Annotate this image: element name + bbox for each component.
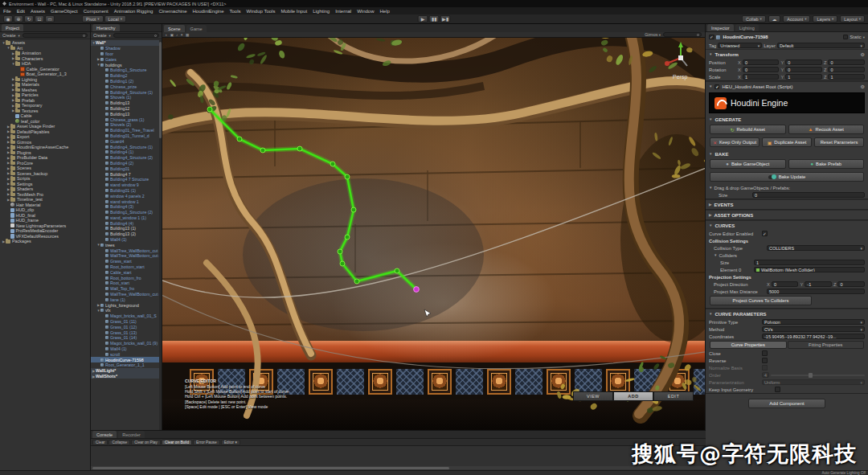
order-slider[interactable] [771, 375, 865, 376]
hierarchy-item-grass-01-14[interactable]: Grass_01 (14) [91, 335, 161, 341]
tab-lighting[interactable]: Lighting [735, 24, 759, 31]
clear-button[interactable]: Clear [92, 440, 108, 445]
hierarchy-item-cable-start[interactable]: Cable_start [91, 269, 161, 275]
hierarchy-item-building12[interactable]: Building12 [91, 106, 161, 112]
curve-control-point[interactable] [330, 162, 335, 166]
audio-toggle-icon[interactable]: ♪ [176, 33, 178, 37]
hierarchy-item-building4-structure-1[interactable]: Building4_Structure (1) [91, 89, 161, 95]
curve-editor-enabled-checkbox[interactable]: ✓ [762, 231, 768, 236]
menu-assets[interactable]: Assets [31, 9, 45, 14]
collab-button[interactable]: Collab▾ [742, 15, 766, 23]
curve-control-point[interactable] [338, 249, 342, 254]
hierarchy-item-wall[interactable]: ▼Wall* [91, 40, 161, 46]
move-tool-button[interactable]: ⊕ [14, 15, 23, 23]
curve-control-point[interactable] [340, 261, 345, 266]
cloud-icon[interactable]: ☁ [768, 15, 781, 23]
hierarchy-item-building13-2[interactable]: Building13 (2) [91, 231, 161, 237]
transform-y-field[interactable]: 1 [785, 74, 822, 80]
menu-gameobject[interactable]: GameObject [51, 9, 78, 14]
transform-component-header[interactable]: ▼ Transform ⚙ [706, 50, 868, 59]
hierarchy-item-building4-structure-1[interactable]: Building4_Structure (1) [91, 144, 161, 149]
menu-help[interactable]: Help [380, 9, 390, 14]
hierarchy-item-gates[interactable]: ▶Gates [91, 56, 161, 62]
bake-update-button[interactable]: Bake Update [710, 172, 864, 182]
coordinates-field[interactable]: -15.90495,-19.89232,77.94262 -19... [762, 334, 865, 340]
order-field[interactable]: 4 [762, 372, 769, 379]
close-checkbox[interactable] [762, 350, 768, 356]
hierarchy-item-building4-7-structure[interactable]: Building4 7 Structure [91, 177, 161, 182]
project-search-input[interactable] [23, 33, 88, 38]
hierarchy-item-building13[interactable]: Building13 [91, 111, 161, 117]
reverse-checkbox[interactable] [762, 358, 768, 363]
hierarchy-item-grass-01-13[interactable]: Grass_01 (13) [91, 330, 161, 335]
transform-x-field[interactable]: 0 [743, 67, 780, 73]
tab-console[interactable]: Console [92, 431, 117, 438]
hierarchy-item-root-bottom-start[interactable]: Root_bottom_start [91, 264, 161, 270]
layers-button[interactable]: Layers▾ [813, 15, 837, 23]
hierarchy-item-building01-tunnel-d[interactable]: Building01_Tunnel_d [91, 133, 161, 139]
hierarchy-item-liane-1[interactable]: liane (1) [91, 297, 161, 302]
tab-project[interactable]: Project [2, 24, 23, 31]
rebuild-asset-button[interactable]: ↻Rebuild Asset [710, 125, 786, 134]
orientation-gizmo[interactable]: Persp [663, 42, 698, 82]
hierarchy-item-building4-4[interactable]: Building4 (4) [91, 220, 161, 226]
menu-edit[interactable]: Edit [17, 9, 25, 14]
hierarchy-item-building1-2[interactable]: Building1 (2) [91, 79, 161, 84]
hierarchy-item-root-generator-1-1[interactable]: Root_Generator_1_1 [91, 362, 161, 368]
size-field[interactable]: 0 [752, 192, 865, 199]
hierarchy-item-stand-window-1-1[interactable]: stand_window 1 (1) [91, 215, 161, 221]
project-curves-button[interactable]: Project Curves To Colliders [710, 296, 812, 305]
direction-y-field[interactable]: -1 [805, 281, 832, 288]
tag-dropdown[interactable]: Untagged [718, 43, 762, 49]
curve-control-point[interactable] [297, 146, 302, 151]
transform-x-field[interactable]: 0 [743, 59, 780, 66]
curve-control-point[interactable] [395, 268, 399, 273]
hierarchy-item-magot-bricks-wall-01-s[interactable]: Magot_bricks_wall_01_S [91, 313, 161, 319]
gameobject-enabled-checkbox[interactable]: ✓ [709, 35, 714, 40]
menu-tools[interactable]: Tools [230, 9, 241, 14]
menu-mobile-input[interactable]: Mobile Input [280, 9, 307, 14]
transform-z-field[interactable]: 1 [828, 74, 865, 80]
hierarchy-item-houdinicurve-71598[interactable]: HoudiniCurve-71598 [91, 357, 161, 362]
hierarchy-item-grass-01-11[interactable]: Grass_01 (11) [91, 319, 161, 325]
curve-control-point[interactable] [345, 235, 350, 240]
hierarchy-item-chinese-prize[interactable]: Chinese_prize [91, 84, 161, 89]
shaded-mode-icon[interactable]: ◐ [166, 33, 168, 37]
tab-inspector[interactable]: Inspector [707, 24, 734, 31]
hierarchy-search-input[interactable] [113, 33, 159, 38]
curves-section-header[interactable]: ▼ CURVES [706, 221, 868, 230]
hierarchy-item-root-bottom-fro[interactable]: Root_bottom_fro [91, 275, 161, 280]
direction-z-field[interactable]: 0 [837, 281, 865, 288]
curve-control-point[interactable] [207, 107, 212, 112]
add-component-button[interactable]: Add Component [748, 399, 825, 408]
gizmos-dropdown[interactable]: Gizmos ▾ [645, 33, 661, 37]
curve-control-point[interactable] [354, 279, 359, 284]
recook-asset-button[interactable]: ▲Recook Asset [788, 125, 865, 134]
mode-button-add[interactable]: ADD [613, 391, 653, 401]
tab-curve-properties[interactable]: Curve Properties [710, 341, 787, 349]
hierarchy-item-trees[interactable]: ▼trees [91, 242, 161, 248]
events-section-header[interactable]: ▶ EVENTS [706, 200, 868, 209]
keep-input-checkbox[interactable] [775, 387, 780, 392]
hierarchy-item-building13[interactable]: Building13 [91, 100, 161, 106]
project-item-packages[interactable]: ▶Packages [0, 239, 89, 244]
direction-x-field[interactable]: 0 [772, 281, 799, 288]
hierarchy-item-walllight[interactable]: ▶WallLight* [91, 368, 161, 374]
rect-tool-button[interactable]: ▭ [45, 15, 55, 23]
collapse-button[interactable]: Collapse [108, 440, 130, 445]
normalize-basis-checkbox[interactable] [762, 365, 768, 371]
hierarchy-item-shadow[interactable]: Shadow [91, 46, 161, 51]
curve-control-point[interactable] [260, 148, 265, 153]
hierarchy-item-building1-structure[interactable]: Building1_Structure [91, 68, 161, 73]
hierarchy-item-building13-1[interactable]: Building13 (1) [91, 226, 161, 231]
menu-window[interactable]: Window [357, 9, 374, 14]
pivot-toggle[interactable]: Pivot▾ [82, 15, 104, 23]
gizmo-visibility-icon[interactable]: ▦ [186, 33, 189, 37]
reset-parameters-button[interactable]: Reset Parameters [814, 137, 864, 147]
hierarchy-item-shovels-2[interactable]: Shovels (2) [91, 122, 161, 128]
component-gear-icon[interactable]: ⚙ [861, 84, 865, 89]
rotate-tool-button[interactable]: ↻ [24, 15, 34, 23]
menu-internal[interactable]: Internal [335, 9, 351, 14]
bake-section-header[interactable]: ▼ BAKE [706, 149, 868, 158]
curve-control-point[interactable] [237, 137, 242, 141]
